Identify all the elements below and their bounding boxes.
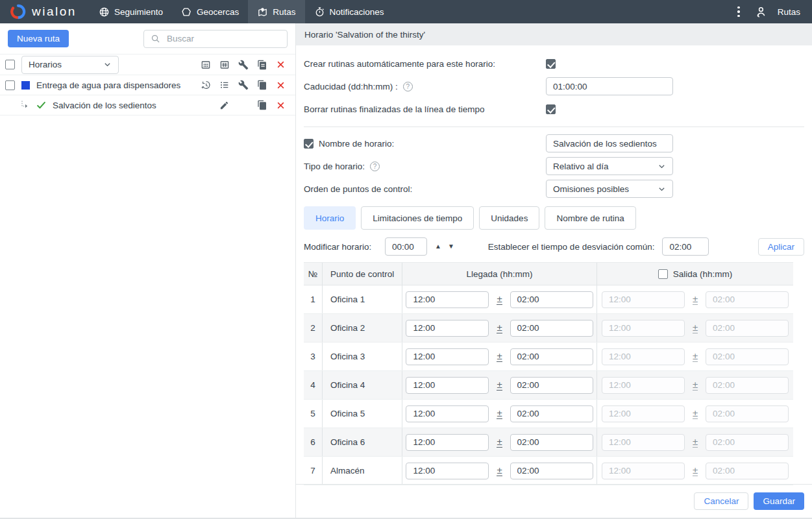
arrival-deviation-input[interactable]: [510, 320, 593, 337]
departure-cell: ±: [597, 400, 793, 428]
plus-minus-icon: ±: [497, 294, 502, 305]
plus-minus-icon: ±: [693, 351, 698, 362]
nav-item-notificaciones[interactable]: Notificaciones: [305, 0, 393, 23]
delete-icon[interactable]: [271, 96, 290, 114]
arrival-time-input[interactable]: [406, 434, 489, 451]
row-number: 1: [304, 285, 322, 313]
checkpoint-order-label: Orden de puntos de control:: [304, 184, 546, 194]
globe-icon: [99, 6, 110, 18]
plus-minus-icon: ±: [693, 465, 698, 476]
arrival-time-input[interactable]: [406, 463, 489, 479]
copy-icon[interactable]: [252, 96, 271, 114]
checkpoint-row: 3 Oficina 3 ± ±: [304, 343, 793, 371]
route-checkbox[interactable]: [5, 80, 15, 90]
copy-icon[interactable]: [252, 76, 271, 94]
arrival-time-input[interactable]: [406, 348, 489, 365]
checkpoint-name: Oficina 1: [322, 285, 402, 313]
row-number: 6: [304, 428, 322, 456]
tab-limitaciones-de-tiempo[interactable]: Limitaciones de tiempo: [361, 206, 474, 230]
delete-finished-label: Borrar rutinas finalizadas de la línea d…: [304, 104, 546, 114]
nav-item-seguimiento[interactable]: Seguimiento: [90, 0, 172, 23]
group-checkbox[interactable]: [5, 60, 15, 69]
nav-item-rutas[interactable]: Rutas: [248, 0, 304, 23]
departure-time-input: [602, 291, 685, 308]
delete-finished-checkbox[interactable]: [546, 104, 556, 114]
nav-menu: Seguimiento Geocercas Rutas: [90, 0, 393, 23]
departure-deviation-input: [706, 434, 789, 451]
history-plus-icon[interactable]: [196, 76, 215, 94]
departure-enable-checkbox[interactable]: [658, 269, 668, 279]
arrival-time-input[interactable]: [406, 320, 489, 337]
user-account-label[interactable]: Rutas: [778, 7, 800, 17]
user-switch-icon[interactable]: [754, 5, 767, 18]
arrival-deviation-input[interactable]: [510, 434, 593, 451]
schedule-type-value: Relativo al día: [553, 162, 609, 171]
properties-wrench-icon[interactable]: [234, 76, 252, 94]
search-input[interactable]: [166, 33, 280, 44]
tab-horario[interactable]: Horario: [304, 206, 356, 230]
routes-sidebar: Nueva ruta Horarios: [0, 23, 296, 518]
edit-pencil-icon[interactable]: [215, 96, 234, 114]
auto-routines-checkbox[interactable]: [546, 59, 556, 69]
checkpoint-name: Oficina 2: [322, 314, 402, 342]
apply-button[interactable]: Aplicar: [758, 238, 804, 256]
new-route-button[interactable]: Nueva ruta: [8, 30, 69, 47]
row-number: 4: [304, 371, 322, 399]
schedule-name-input[interactable]: [546, 134, 673, 152]
decrement-arrow-icon[interactable]: ▼: [448, 243, 454, 250]
schedule-table-icon[interactable]: [196, 56, 215, 74]
modify-schedule-input[interactable]: [385, 237, 427, 256]
arrival-deviation-input[interactable]: [510, 291, 593, 308]
arrival-deviation-input[interactable]: [510, 377, 593, 394]
checkpoint-name: Oficina 6: [322, 428, 402, 456]
help-icon[interactable]: ?: [370, 162, 380, 171]
departure-cell: ±: [597, 371, 793, 399]
wialon-logo[interactable]: wialon: [0, 0, 90, 23]
editor-tabs: Horario Limitaciones de tiempo Unidades …: [304, 206, 804, 230]
checkpoint-name: Oficina 3: [322, 343, 402, 370]
checkpoint-order-select[interactable]: Omisiones posibles: [546, 180, 673, 198]
arrival-time-input[interactable]: [406, 405, 489, 422]
cancel-button[interactable]: Cancelar: [694, 492, 748, 510]
schedule-row[interactable]: Salvación de los sedientos: [0, 95, 295, 115]
delete-icon[interactable]: [271, 76, 290, 94]
panel-footer: Cancelar Guardar: [296, 484, 812, 518]
navbar-right: Rutas: [733, 0, 812, 23]
rounds-list-icon[interactable]: [215, 76, 234, 94]
departure-deviation-input: [706, 463, 789, 479]
active-check-icon: [36, 101, 46, 110]
save-button[interactable]: Guardar: [754, 492, 804, 510]
tab-nombre-de-rutina[interactable]: Nombre de rutina: [545, 206, 635, 230]
arrival-cell: ±: [402, 428, 597, 456]
expiration-input[interactable]: [546, 77, 673, 95]
schedule-type-select[interactable]: Relativo al día: [546, 157, 673, 175]
route-row[interactable]: Entrega de agua para dispensadores: [0, 75, 295, 95]
modify-schedule-label: Modificar horario:: [304, 242, 385, 252]
departure-cell: ±: [597, 343, 793, 370]
schedule-name-checkbox[interactable]: [304, 139, 314, 149]
plus-minus-icon: ±: [693, 322, 698, 333]
arrival-time-input[interactable]: [406, 291, 489, 308]
help-icon[interactable]: ?: [403, 82, 413, 91]
arrival-cell: ±: [402, 343, 597, 370]
departure-time-input: [602, 434, 685, 451]
properties-wrench-icon[interactable]: [234, 56, 252, 74]
arrival-cell: ±: [402, 400, 597, 428]
delete-icon[interactable]: [271, 56, 290, 74]
rounds-table-icon[interactable]: [215, 56, 234, 74]
nav-item-geocercas[interactable]: Geocercas: [172, 0, 248, 23]
checkpoint-row: 6 Oficina 6 ± ±: [304, 428, 793, 457]
more-menu-icon[interactable]: [733, 4, 744, 20]
increment-arrow-icon[interactable]: ▲: [435, 243, 441, 250]
table-header-row: № Punto de control Llegada (hh:mm) Salid…: [304, 262, 793, 285]
arrival-deviation-input[interactable]: [510, 463, 593, 479]
tab-unidades[interactable]: Unidades: [479, 206, 539, 230]
arrival-deviation-input[interactable]: [510, 405, 593, 422]
group-type-select[interactable]: Horarios: [21, 56, 119, 74]
arrival-deviation-input[interactable]: [510, 348, 593, 365]
copy-icon[interactable]: [252, 56, 271, 74]
checkpoint-name: Oficina 5: [322, 400, 402, 428]
common-deviation-input[interactable]: [662, 237, 709, 256]
arrival-time-input[interactable]: [406, 377, 489, 394]
geofence-icon: [181, 6, 192, 18]
